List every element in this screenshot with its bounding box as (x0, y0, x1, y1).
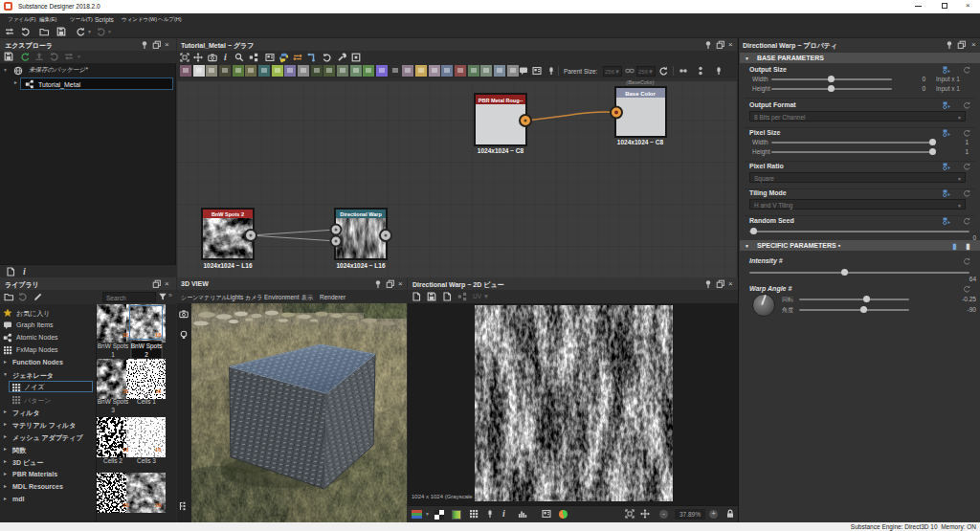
svg-text:1: 1 (111, 351, 115, 358)
svg-text:16: 16 (122, 502, 129, 508)
svg-text:Cells 2: Cells 2 (103, 457, 122, 464)
svg-text:Cells 3: Cells 3 (137, 457, 156, 464)
svg-text:16: 16 (155, 447, 162, 453)
svg-text:16: 16 (122, 447, 129, 453)
svg-text:BnW Spots: BnW Spots (131, 343, 163, 350)
svg-text:1024x1024 − L16: 1024x1024 − L16 (203, 262, 253, 269)
svg-text:16: 16 (122, 388, 129, 394)
svg-text:16: 16 (155, 332, 162, 338)
svg-text:(BaseColor): (BaseColor) (626, 79, 655, 85)
svg-text:16: 16 (155, 388, 162, 394)
svg-text:3: 3 (111, 407, 115, 413)
svg-text:2: 2 (145, 351, 148, 358)
svg-text:Directional Warp: Directional Warp (340, 211, 382, 217)
svg-text:PBR Metal Roug--: PBR Metal Roug-- (479, 98, 523, 103)
svg-text:Base Color: Base Color (625, 91, 656, 97)
svg-text:1024x1024 − C8: 1024x1024 − C8 (617, 139, 664, 145)
svg-text:BnW Spots: BnW Spots (98, 343, 129, 350)
svg-text:1024x1024 − L16: 1024x1024 − L16 (336, 262, 386, 269)
svg-text:1024x1024 − C8: 1024x1024 − C8 (478, 147, 524, 154)
svg-text:BnW Spots 2: BnW Spots 2 (212, 211, 244, 217)
svg-text:Cells 1: Cells 1 (137, 398, 156, 405)
svg-text:16: 16 (155, 502, 162, 508)
svg-text:16: 16 (122, 332, 129, 338)
svg-text:BnW Spots: BnW Spots (98, 398, 129, 406)
